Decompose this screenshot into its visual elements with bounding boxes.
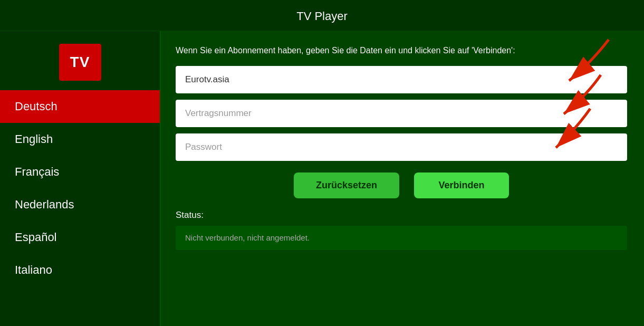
title-bar: TV Player — [0, 0, 644, 31]
main-panel: Wenn Sie ein Abonnement haben, geben Sie… — [161, 31, 644, 326]
sidebar: TV Deutsch English Français Nederlands E… — [0, 31, 161, 326]
instruction-text: Wenn Sie ein Abonnement haben, geben Sie… — [176, 45, 627, 56]
status-label: Status: — [176, 210, 627, 220]
reset-button[interactable]: Zurücksetzen — [294, 172, 399, 198]
connect-button[interactable]: Verbinden — [414, 172, 509, 198]
sidebar-item-espanol[interactable]: Español — [0, 221, 160, 254]
main-content: TV Deutsch English Français Nederlands E… — [0, 31, 644, 326]
server-input[interactable] — [176, 66, 627, 93]
sidebar-item-italiano[interactable]: Italiano — [0, 254, 160, 286]
password-input-wrapper — [176, 133, 627, 161]
contract-input[interactable] — [176, 100, 627, 127]
sidebar-item-francais[interactable]: Français — [0, 156, 160, 188]
status-box: Nicht verbunden, nicht angemeldet. — [176, 226, 627, 250]
sidebar-item-deutsch[interactable]: Deutsch — [0, 90, 160, 123]
contract-input-wrapper — [176, 100, 627, 127]
server-input-wrapper — [176, 66, 627, 93]
status-section: Status: Nicht verbunden, nicht angemelde… — [176, 210, 627, 250]
app-container: TV Player TV Deutsch English Français Ne… — [0, 0, 644, 326]
sidebar-item-english[interactable]: English — [0, 123, 160, 156]
password-input[interactable] — [176, 133, 627, 161]
sidebar-item-nederlands[interactable]: Nederlands — [0, 188, 160, 221]
app-title: TV Player — [296, 9, 348, 23]
logo-area: TV — [0, 36, 160, 90]
status-value: Nicht verbunden, nicht angemeldet. — [185, 233, 310, 242]
language-list: Deutsch English Français Nederlands Espa… — [0, 90, 160, 326]
buttons-row: Zurücksetzen Verbinden — [176, 172, 627, 198]
form-area: Zurücksetzen Verbinden Status: Nicht ver… — [176, 66, 627, 250]
tv-logo: TV — [59, 44, 101, 81]
